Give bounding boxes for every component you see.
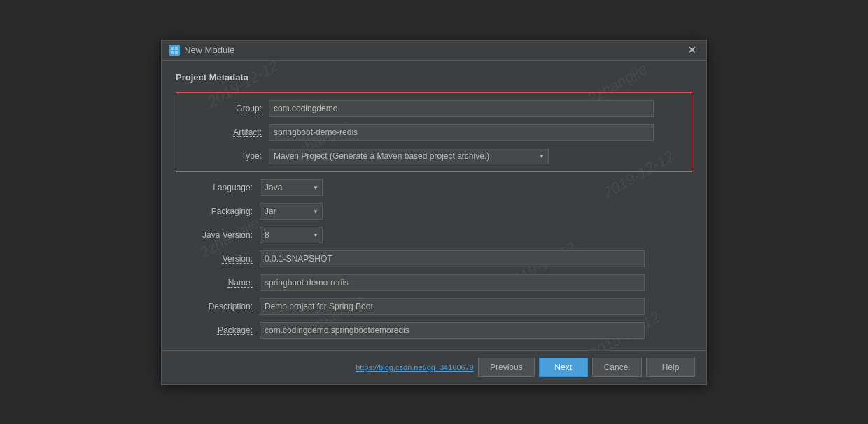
type-select[interactable]: Maven Project (Generate a Maven based pr…: [269, 148, 549, 164]
artifact-row: Artifact:: [185, 124, 683, 141]
version-input[interactable]: [260, 250, 645, 267]
description-row: Description:: [176, 298, 692, 315]
packaging-dropdown-wrapper: Jar War: [260, 203, 323, 220]
type-dropdown-wrapper: Maven Project (Generate a Maven based pr…: [269, 148, 549, 164]
language-select[interactable]: Java Kotlin Groovy: [260, 179, 323, 196]
svg-rect-1: [175, 47, 178, 50]
dialog-footer: https://blog.csdn.net/qq_34160679 Previo…: [162, 350, 706, 384]
group-row: Group:: [185, 100, 683, 117]
version-label: Version:: [176, 254, 260, 264]
group-input[interactable]: [269, 100, 654, 117]
dialog-title: New Module: [184, 45, 234, 55]
java-version-row: Java Version: 8 11 17: [176, 227, 692, 243]
svg-rect-2: [171, 51, 174, 54]
java-version-label: Java Version:: [176, 230, 260, 240]
next-button[interactable]: Next: [539, 358, 588, 377]
package-row: Package:: [176, 322, 692, 339]
version-row: Version:: [176, 250, 692, 267]
packaging-label: Packaging:: [176, 206, 260, 216]
java-version-dropdown-wrapper: 8 11 17: [260, 227, 323, 243]
dialog-icon: [169, 45, 180, 56]
package-label: Package:: [176, 325, 260, 335]
svg-rect-0: [171, 47, 174, 50]
language-label: Language:: [176, 183, 260, 192]
java-version-select[interactable]: 8 11 17: [260, 227, 323, 243]
new-module-dialog: New Module ✕ 2019-12-12 2zhangjie 2zhang…: [161, 40, 707, 385]
dialog-content: 2019-12-12 2zhangjie 2zhangjie 2019-12-1…: [162, 61, 706, 350]
cancel-button[interactable]: Cancel: [592, 358, 642, 377]
name-input[interactable]: [260, 274, 645, 291]
description-label: Description:: [176, 302, 260, 311]
language-dropdown-wrapper: Java Kotlin Groovy: [260, 179, 323, 196]
highlighted-section: Group: Artifact: Type: Maven Project (Ge…: [176, 92, 692, 172]
packaging-select[interactable]: Jar War: [260, 203, 323, 220]
title-bar-left: New Module: [169, 45, 234, 56]
artifact-input[interactable]: [269, 124, 654, 141]
language-row: Language: Java Kotlin Groovy: [176, 179, 692, 196]
section-title: Project Metadata: [176, 72, 692, 83]
name-row: Name:: [176, 274, 692, 291]
close-button[interactable]: ✕: [685, 45, 699, 56]
footer-link[interactable]: https://blog.csdn.net/qq_34160679: [356, 363, 474, 372]
description-input[interactable]: [260, 298, 645, 315]
artifact-label: Artifact:: [185, 127, 269, 137]
group-label: Group:: [185, 104, 269, 113]
title-bar: New Module ✕: [162, 41, 706, 61]
packaging-row: Packaging: Jar War: [176, 203, 692, 220]
name-label: Name:: [176, 278, 260, 288]
package-input[interactable]: [260, 322, 645, 339]
type-row: Type: Maven Project (Generate a Maven ba…: [185, 148, 683, 164]
previous-button[interactable]: Previous: [478, 358, 535, 377]
type-label: Type:: [185, 151, 269, 161]
svg-rect-3: [175, 51, 178, 54]
help-button[interactable]: Help: [646, 358, 695, 377]
